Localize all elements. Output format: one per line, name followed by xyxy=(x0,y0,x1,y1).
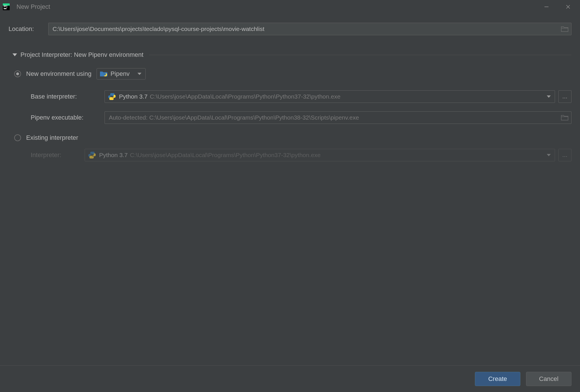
location-input[interactable]: C:\Users\jose\Documents\projects\teclado… xyxy=(48,23,571,35)
env-tool-value: Pipenv xyxy=(110,70,130,78)
svg-point-8 xyxy=(103,73,106,76)
new-environment-label: New environment using xyxy=(26,70,91,78)
chevron-down-icon xyxy=(547,154,551,156)
minimize-button[interactable] xyxy=(543,3,550,11)
python-icon xyxy=(88,151,96,159)
env-tool-dropdown[interactable]: Pipenv xyxy=(97,68,146,80)
interpreter-label: Interpreter: xyxy=(31,151,85,159)
chevron-down-icon xyxy=(547,95,551,98)
base-interpreter-path: C:\Users\jose\AppData\Local\Programs\Pyt… xyxy=(150,93,547,100)
location-value: C:\Users\jose\Documents\projects\teclado… xyxy=(53,26,561,32)
close-button[interactable] xyxy=(564,3,572,11)
chevron-down-icon xyxy=(12,53,17,56)
browse-folder-icon[interactable] xyxy=(561,114,568,121)
pipenv-executable-placeholder: Auto-detected: C:\Users\jose\AppData\Loc… xyxy=(109,114,561,121)
window-title: New Project xyxy=(16,3,543,11)
dialog-footer: Create Cancel xyxy=(0,365,580,392)
browse-folder-icon[interactable] xyxy=(561,26,568,32)
cancel-button[interactable]: Cancel xyxy=(526,372,571,386)
pipenv-icon xyxy=(100,71,108,77)
create-button-label: Create xyxy=(488,375,507,383)
base-interpreter-label: Base interpreter: xyxy=(31,93,105,100)
existing-interpreter-radio[interactable] xyxy=(14,134,21,141)
existing-interpreter-label: Existing interpreter xyxy=(26,134,78,141)
existing-interpreter-path: C:\Users\jose\AppData\Local\Programs\Pyt… xyxy=(130,152,547,159)
python-icon xyxy=(108,93,116,100)
create-button[interactable]: Create xyxy=(475,372,520,386)
interpreter-section-toggle[interactable]: Project Interpreter: New Pipenv environm… xyxy=(12,51,571,59)
pipenv-executable-input[interactable]: Auto-detected: C:\Users\jose\AppData\Loc… xyxy=(105,111,571,124)
existing-interpreter-dropdown: Python 3.7 C:\Users\jose\AppData\Local\P… xyxy=(85,149,555,161)
pipenv-executable-label: Pipenv executable: xyxy=(31,114,105,121)
existing-interpreter-browse-button: ... xyxy=(558,149,571,161)
location-label: Location: xyxy=(9,25,48,33)
base-interpreter-browse-button[interactable]: ... xyxy=(558,90,571,103)
svg-rect-2 xyxy=(4,8,7,9)
pycharm-icon: PC xyxy=(3,3,10,10)
base-interpreter-name: Python 3.7 xyxy=(119,93,147,100)
svg-text:PC: PC xyxy=(4,5,8,8)
base-interpreter-dropdown[interactable]: Python 3.7 C:\Users\jose\AppData\Local\P… xyxy=(105,90,555,103)
existing-interpreter-name: Python 3.7 xyxy=(99,152,128,159)
cancel-button-label: Cancel xyxy=(539,375,558,383)
titlebar: PC New Project xyxy=(0,0,580,14)
section-title: Project Interpreter: New Pipenv environm… xyxy=(20,51,143,59)
new-environment-radio[interactable] xyxy=(14,70,21,77)
chevron-down-icon xyxy=(137,73,141,75)
